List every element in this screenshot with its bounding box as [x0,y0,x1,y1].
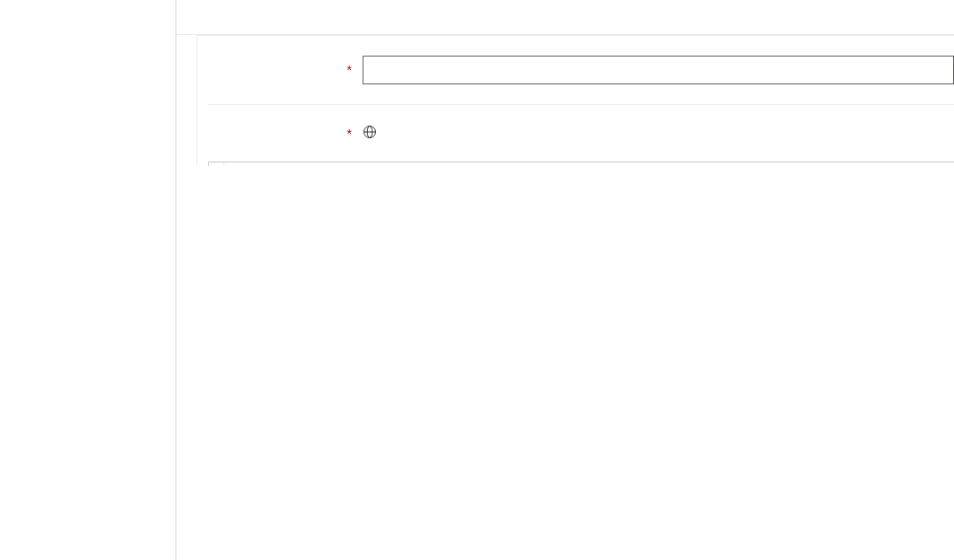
line-gutter [209,162,224,166]
record-header [177,0,954,18]
globe-icon [363,125,377,142]
divider [208,104,954,105]
sidebar [0,0,176,560]
field-website: * [208,125,954,142]
required-indicator: * [347,127,352,141]
website-link[interactable] [363,125,954,142]
required-indicator: * [347,63,352,77]
name-input[interactable] [363,56,954,84]
field-name: * [208,56,954,84]
source-editor[interactable] [208,162,954,166]
main-panel: * * [176,0,954,560]
